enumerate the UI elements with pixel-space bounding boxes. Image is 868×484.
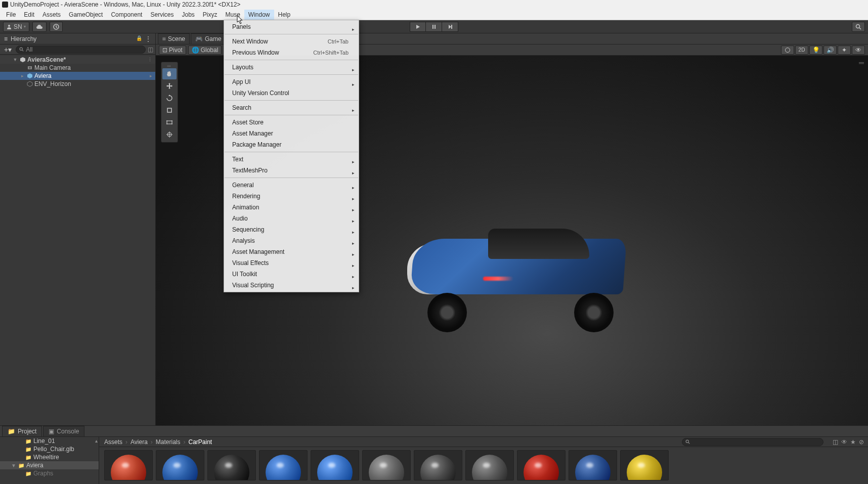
expand-toggle[interactable]: ▸ bbox=[19, 73, 25, 78]
overlay-drag-handle[interactable]: ═ bbox=[162, 64, 176, 67]
menu-item-ui-toolkit[interactable]: UI Toolkit bbox=[224, 269, 359, 280]
star-icon[interactable]: ★ bbox=[850, 438, 856, 446]
scroll-up-icon[interactable]: ▴ bbox=[95, 438, 98, 444]
fx-dropdown[interactable]: ✦ bbox=[838, 46, 851, 55]
material-thumbnail[interactable] bbox=[517, 450, 566, 480]
menu-item-next-window[interactable]: Next WindowCtrl+Tab bbox=[224, 36, 359, 47]
menu-edit[interactable]: Edit bbox=[20, 10, 38, 20]
menu-item-audio[interactable]: Audio bbox=[224, 213, 359, 224]
folder-row[interactable]: ▼📁Aviera bbox=[0, 461, 99, 469]
scene-row[interactable]: ▼ AvieraScene* ⋮ bbox=[0, 56, 155, 64]
menu-pixyz[interactable]: Pixyz bbox=[199, 10, 222, 20]
tab-console[interactable]: ▣ Console bbox=[43, 426, 84, 436]
menu-window[interactable]: Window bbox=[244, 10, 274, 20]
cloud-button[interactable] bbox=[32, 22, 47, 32]
step-button[interactable] bbox=[442, 22, 458, 32]
menu-item-visual-effects[interactable]: Visual Effects bbox=[224, 257, 359, 269]
menu-muse[interactable]: Muse bbox=[222, 10, 244, 20]
material-thumbnail[interactable] bbox=[620, 450, 669, 480]
account-dropdown[interactable]: SN bbox=[3, 22, 29, 32]
hierarchy-item[interactable]: Main Camera bbox=[0, 64, 155, 72]
menu-gameobject[interactable]: GameObject bbox=[65, 10, 107, 20]
material-thumbnail[interactable] bbox=[414, 450, 462, 480]
tab-game[interactable]: 🎮 Game bbox=[191, 33, 226, 44]
breadcrumb-segment[interactable]: Aviera bbox=[131, 438, 148, 446]
material-thumbnail[interactable] bbox=[569, 450, 617, 480]
eye-icon[interactable]: 👁 bbox=[841, 438, 847, 446]
gizmo-toggle[interactable]: 👁 bbox=[852, 46, 865, 55]
expand-toggle[interactable]: ▼ bbox=[12, 57, 18, 62]
menu-item-asset-manager[interactable]: Asset Manager bbox=[224, 128, 359, 139]
menu-item-analysis[interactable]: Analysis bbox=[224, 235, 359, 246]
lighting-toggle[interactable]: 💡 bbox=[809, 46, 822, 55]
add-button[interactable]: +▾ bbox=[2, 46, 14, 54]
menu-services[interactable]: Services bbox=[146, 10, 178, 20]
lock-icon[interactable]: 🔒 bbox=[136, 35, 142, 42]
folder-row[interactable]: 📁Graphs bbox=[0, 469, 99, 477]
history-button[interactable] bbox=[50, 22, 63, 32]
folder-row[interactable]: 📁Wheeltire bbox=[0, 453, 99, 461]
expand-toggle[interactable]: ▼ bbox=[11, 463, 16, 468]
folder-row[interactable]: 📁Line_01 bbox=[0, 437, 99, 445]
menu-file[interactable]: File bbox=[2, 10, 20, 20]
play-button[interactable] bbox=[410, 22, 426, 32]
hand-tool[interactable] bbox=[162, 68, 177, 79]
search-toolbar-button[interactable] bbox=[852, 22, 865, 32]
menu-item-general[interactable]: General bbox=[224, 180, 359, 191]
menu-item-search[interactable]: Search bbox=[224, 102, 359, 113]
tab-scene[interactable]: ⌗ Scene bbox=[158, 33, 190, 44]
filter-button[interactable]: ◫ bbox=[148, 46, 153, 53]
material-thumbnail[interactable] bbox=[156, 450, 204, 480]
material-thumbnail[interactable] bbox=[362, 450, 411, 480]
hierarchy-item[interactable]: ▸Aviera▸ bbox=[0, 72, 155, 80]
filter-icon[interactable]: ◫ bbox=[833, 438, 838, 446]
tab-project[interactable]: 📁 Project bbox=[2, 426, 42, 436]
material-thumbnail[interactable] bbox=[311, 450, 359, 480]
move-tool[interactable] bbox=[162, 80, 177, 92]
menu-item-layouts[interactable]: Layouts bbox=[224, 62, 359, 73]
global-dropdown[interactable]: 🌐 Global bbox=[188, 46, 222, 55]
audio-toggle[interactable]: 🔊 bbox=[823, 46, 837, 55]
menu-jobs[interactable]: Jobs bbox=[178, 10, 198, 20]
menu-item-textmeshpro[interactable]: TextMeshPro bbox=[224, 165, 359, 176]
scene-menu-icon[interactable]: ⋮ bbox=[148, 57, 152, 62]
rect-tool[interactable] bbox=[162, 117, 177, 128]
breadcrumb-segment[interactable]: Assets bbox=[104, 438, 122, 446]
hierarchy-search[interactable]: All bbox=[16, 46, 146, 54]
rotate-tool[interactable] bbox=[162, 93, 177, 104]
panel-menu-icon[interactable]: ⋮ bbox=[145, 35, 151, 42]
project-search[interactable] bbox=[682, 438, 823, 446]
menu-help[interactable]: Help bbox=[274, 10, 295, 20]
pivot-dropdown[interactable]: ⊡ Pivot bbox=[159, 46, 186, 55]
shading-mode-dropdown[interactable] bbox=[781, 46, 794, 55]
hierarchy-item[interactable]: ENV_Horizon bbox=[0, 80, 155, 88]
menu-item-text[interactable]: Text bbox=[224, 154, 359, 165]
transform-tool[interactable] bbox=[162, 129, 177, 140]
pause-icon bbox=[431, 24, 437, 29]
menu-item-previous-window[interactable]: Previous WindowCtrl+Shift+Tab bbox=[224, 47, 359, 58]
menu-item-asset-store[interactable]: Asset Store bbox=[224, 117, 359, 128]
scale-tool[interactable] bbox=[162, 105, 177, 116]
menu-item-app-ui[interactable]: App UI bbox=[224, 76, 359, 87]
menu-component[interactable]: Component bbox=[107, 10, 146, 20]
2d-toggle[interactable]: 2D bbox=[795, 46, 808, 55]
breadcrumb-segment[interactable]: CarPaint bbox=[189, 438, 212, 446]
breadcrumb-segment[interactable]: Materials bbox=[156, 438, 181, 446]
menu-item-panels[interactable]: Panels bbox=[224, 21, 359, 32]
menu-assets[interactable]: Assets bbox=[38, 10, 65, 20]
menu-item-visual-scripting[interactable]: Visual Scripting bbox=[224, 280, 359, 291]
menu-item-rendering[interactable]: Rendering bbox=[224, 191, 359, 202]
folder-row[interactable]: 📁Pello_Chair.glb bbox=[0, 445, 99, 453]
menu-item-package-manager[interactable]: Package Manager bbox=[224, 139, 359, 150]
menu-item-animation[interactable]: Animation bbox=[224, 202, 359, 213]
material-thumbnail[interactable] bbox=[259, 450, 308, 480]
hidden-icon[interactable]: ⊘ bbox=[859, 438, 864, 446]
menu-item-sequencing[interactable]: Sequencing bbox=[224, 224, 359, 235]
material-thumbnail[interactable] bbox=[207, 450, 256, 480]
menu-item-asset-management[interactable]: Asset Management bbox=[224, 246, 359, 257]
material-thumbnail[interactable] bbox=[465, 450, 514, 480]
pause-button[interactable] bbox=[426, 22, 442, 32]
viewport-menu-icon[interactable]: ═ bbox=[859, 59, 864, 67]
menu-item-unity-version-control[interactable]: Unity Version Control bbox=[224, 87, 359, 99]
material-thumbnail[interactable] bbox=[104, 450, 153, 480]
